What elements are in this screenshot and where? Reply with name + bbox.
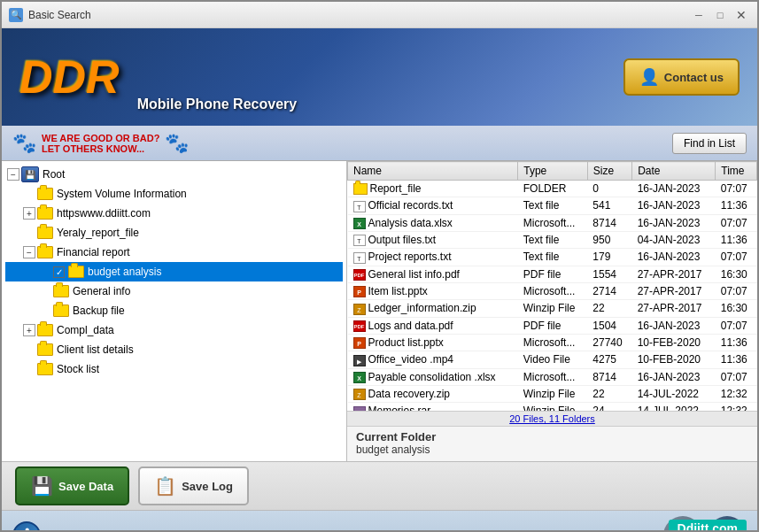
file-type: Microsoft...: [518, 214, 588, 231]
file-time: 07:07: [716, 181, 757, 197]
table-row[interactable]: PDFLogs and data.pdf PDF file 1504 16-JA…: [348, 317, 757, 334]
table-row[interactable]: XAnalysis data.xlsx Microsoft... 8714 16…: [348, 214, 757, 231]
file-name: ZLedger_information.zip: [348, 300, 518, 317]
table-row[interactable]: Report_file FOLDER 0 16-JAN-2023 07:07: [348, 181, 757, 197]
file-type: Winzip File: [518, 300, 588, 317]
tree-item-budget[interactable]: ✓ budget analysis: [5, 262, 343, 281]
file-date: 14-JUL-2022: [632, 403, 716, 411]
file-size: 27740: [587, 334, 631, 351]
file-size: 0: [587, 181, 631, 197]
tree-expander-client: [23, 343, 35, 356]
file-size: 179: [587, 249, 631, 266]
current-folder-label: Current Folder: [356, 430, 748, 443]
close-button[interactable]: ✕: [732, 6, 750, 24]
minimize-button[interactable]: ─: [690, 6, 708, 24]
file-type: Text file: [518, 249, 588, 266]
file-type: FOLDER: [518, 181, 588, 197]
banner: 🐾 WE ARE GOOD OR BAD? LET OTHERS KNOW...…: [2, 126, 757, 161]
table-row[interactable]: RMemories.rar Winzip File 24 14-JUL-2022…: [348, 403, 757, 411]
tree-expander-compl[interactable]: +: [23, 324, 35, 336]
contact-button[interactable]: 👤 Contact us: [623, 58, 740, 96]
tree-expander-financial[interactable]: −: [23, 246, 35, 258]
file-size: 541: [587, 197, 631, 214]
tree-folder-stock: [37, 363, 53, 375]
file-type: PDF file: [518, 317, 588, 334]
status-bar: ℹ Select Files and Folders from left Pan…: [2, 511, 757, 532]
tree-label-yeraly: Yeraly_report_file: [57, 227, 139, 239]
file-name: TProject reports.txt: [348, 249, 518, 266]
tree-label-financial: Financial report: [57, 246, 130, 258]
tree-container: − 💾 Root System Volume Information + htt…: [2, 161, 346, 382]
file-size: 8714: [587, 368, 631, 385]
file-time: 07:07: [716, 317, 757, 334]
banner-icon: 🐾: [12, 132, 36, 155]
find-in-list-button[interactable]: Find in List: [672, 133, 747, 154]
file-size: 8714: [587, 214, 631, 231]
tree-folder-financial: [37, 246, 53, 258]
file-type: Microsoft...: [518, 334, 588, 351]
file-date: 16-JAN-2023: [632, 181, 716, 197]
app-logo: DDR: [19, 50, 120, 104]
file-name: PItem list.pptx: [348, 282, 518, 299]
tree-item-stock[interactable]: Stock list: [5, 359, 343, 379]
save-data-icon: 💾: [31, 475, 53, 497]
tree-expander-stock: [23, 363, 35, 375]
file-size: 2714: [587, 282, 631, 299]
col-time: Time: [716, 162, 757, 181]
file-date: 16-JAN-2023: [632, 197, 716, 214]
file-type: Video File: [518, 351, 588, 368]
maximize-button[interactable]: □: [711, 6, 729, 24]
save-log-button[interactable]: 📋 Save Log: [138, 466, 249, 505]
tree-item-financial[interactable]: − Financial report: [5, 243, 343, 262]
table-row[interactable]: PItem list.pptx Microsoft... 2714 27-APR…: [348, 282, 757, 299]
table-row[interactable]: PDFGeneral list info.pdf PDF file 1554 2…: [348, 266, 757, 282]
main-content: − 💾 Root System Volume Information + htt…: [2, 161, 757, 462]
current-folder-area: Current Folder budget analysis: [347, 426, 757, 461]
tree-item-yeraly[interactable]: Yeraly_report_file: [5, 223, 343, 243]
file-date: 16-JAN-2023: [632, 214, 716, 231]
banner-icon-right: 🐾: [165, 132, 189, 155]
banner-line2: LET OTHERS KNOW...: [42, 143, 159, 154]
save-log-icon: 📋: [154, 475, 176, 497]
left-panel-tree: − 💾 Root System Volume Information + htt…: [2, 161, 347, 461]
file-time: 16:30: [716, 266, 757, 282]
file-size: 950: [587, 231, 631, 248]
file-name: XAnalysis data.xlsx: [348, 214, 518, 231]
tree-item-client[interactable]: Client list details: [5, 340, 343, 359]
tree-folder-general: [53, 285, 69, 297]
save-data-button[interactable]: 💾 Save Data: [15, 466, 129, 505]
tree-label-backup: Backup file: [73, 305, 125, 317]
tree-checkbox-budget[interactable]: ✓: [53, 266, 65, 278]
file-time: 07:07: [716, 214, 757, 231]
tree-label-root: Root: [43, 168, 65, 181]
tree-item-https[interactable]: + httpswww.ddiitt.com: [5, 204, 343, 223]
file-size: 4275: [587, 351, 631, 368]
file-time: 12:32: [716, 385, 757, 402]
tree-expander-svi: [23, 188, 35, 200]
table-row[interactable]: ZData recovery.zip Winzip File 22 14-JUL…: [348, 385, 757, 402]
tree-expander-root[interactable]: −: [7, 168, 19, 181]
file-size: 1554: [587, 266, 631, 282]
tree-item-backup[interactable]: Backup file: [5, 301, 343, 320]
tree-label-client: Client list details: [57, 343, 134, 356]
file-name: PDFGeneral list info.pdf: [348, 266, 518, 282]
table-row[interactable]: XPayable consolidation .xlsx Microsoft..…: [348, 368, 757, 385]
tree-item-general[interactable]: General info: [5, 281, 343, 301]
file-name: XPayable consolidation .xlsx: [348, 368, 518, 385]
table-row[interactable]: ▶Office_video .mp4 Video File 4275 10-FE…: [348, 351, 757, 368]
tree-label-general: General info: [73, 285, 130, 297]
table-row[interactable]: ZLedger_information.zip Winzip File 22 2…: [348, 300, 757, 317]
tree-expander-https[interactable]: +: [23, 207, 35, 220]
titlebar: 🔍 Basic Search ─ □ ✕: [2, 2, 757, 28]
banner-line1: WE ARE GOOD OR BAD?: [42, 133, 159, 143]
table-row[interactable]: PProduct list.pptx Microsoft... 27740 10…: [348, 334, 757, 351]
tree-root-icon: 💾: [21, 166, 39, 182]
table-row[interactable]: TProject reports.txt Text file 179 16-JA…: [348, 249, 757, 266]
table-row[interactable]: TOfficial records.txt Text file 541 16-J…: [348, 197, 757, 214]
tree-item-svi[interactable]: System Volume Information: [5, 184, 343, 204]
file-type: Microsoft...: [518, 368, 588, 385]
action-bar: 💾 Save Data 📋 Save Log: [2, 462, 757, 511]
tree-item-root[interactable]: − 💾 Root: [5, 165, 343, 184]
table-row[interactable]: TOutput files.txt Text file 950 04-JAN-2…: [348, 231, 757, 248]
tree-item-compl[interactable]: + Compl_data: [5, 320, 343, 340]
